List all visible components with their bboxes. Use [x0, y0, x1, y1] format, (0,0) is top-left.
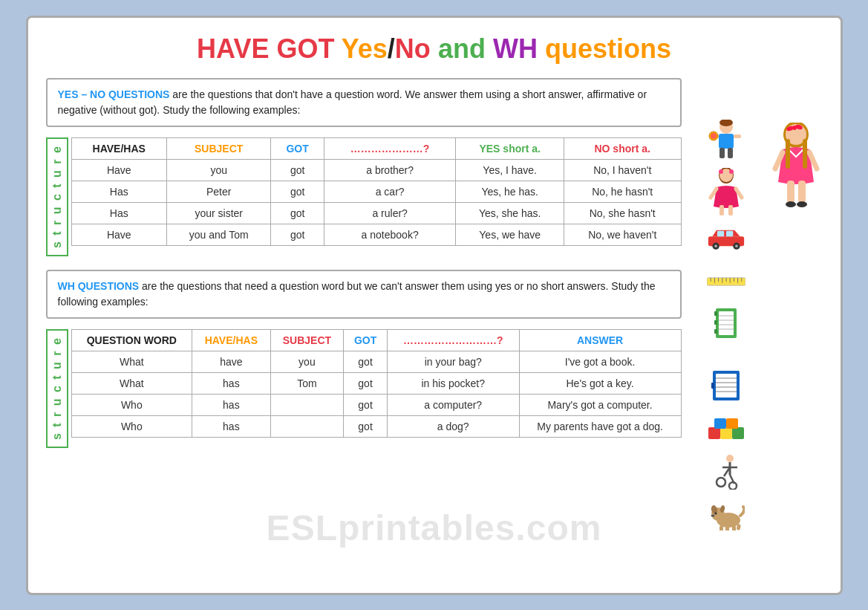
title-yes: Yes: [342, 33, 388, 64]
svg-point-83: [792, 126, 797, 130]
yes-no-table: HAVE/HAS SUBJECT GOT …………………? YES short …: [71, 137, 682, 246]
cell: your sister: [166, 202, 270, 224]
svg-rect-6: [734, 134, 741, 138]
top-icons: [707, 123, 745, 213]
cell: Who: [71, 394, 192, 415]
cell: got: [271, 159, 324, 181]
th-qword: QUESTION WORD: [71, 329, 192, 351]
th-dots: …………………?: [324, 137, 456, 159]
wh-table: QUESTION WORD HAVE/HAS SUBJECT GOT ………………: [71, 329, 682, 438]
cell: you: [270, 351, 344, 372]
th-have2: HAVE/HAS: [192, 329, 270, 351]
bottom-icons: [707, 366, 745, 534]
cell: Tom: [270, 372, 344, 394]
svg-rect-69: [732, 525, 736, 530]
svg-point-77: [786, 201, 796, 207]
svg-rect-40: [714, 311, 717, 316]
wh-section: s t r u c t u r e QUESTION WORD HAVE/HAS…: [46, 329, 682, 448]
title-wh: WH: [493, 33, 538, 64]
svg-rect-75: [787, 181, 794, 203]
svg-rect-3: [719, 148, 725, 158]
cell: got: [344, 415, 388, 437]
svg-rect-41: [714, 320, 717, 325]
svg-rect-49: [711, 383, 714, 389]
cell: Yes, she has.: [456, 202, 564, 224]
cell: No, she hasn't: [564, 202, 681, 224]
content-area: YES – NO QUESTIONS are the questions tha…: [46, 78, 682, 534]
cell: [270, 394, 344, 415]
cell: Yes, we have: [456, 224, 564, 245]
cell: I've got a book.: [519, 351, 681, 372]
cell: Who: [71, 415, 192, 437]
svg-rect-44: [716, 374, 737, 398]
cell: has: [192, 394, 270, 415]
svg-rect-4: [728, 148, 733, 158]
wh-highlight: WH QUESTIONS: [58, 280, 140, 292]
cell: you: [166, 159, 270, 181]
cell: No, he hasn't: [564, 181, 681, 202]
svg-rect-19: [726, 230, 733, 236]
th-subject: SUBJECT: [166, 137, 270, 159]
cell: got: [271, 224, 324, 245]
cell: a dog?: [387, 415, 519, 437]
right-icons-panel: [689, 78, 763, 534]
car-icon: [707, 219, 745, 258]
svg-point-21: [714, 244, 717, 247]
cell: No, I haven't: [564, 159, 681, 181]
table-row: Who has got a computer? Mary's got a com…: [71, 394, 681, 415]
table-row: What has Tom got in his pocket? He's got…: [71, 372, 681, 394]
cell: in his pocket?: [387, 372, 519, 394]
structure-label-1: s t r u c t u r e: [46, 137, 68, 256]
cell: got: [344, 351, 388, 372]
yes-no-highlight: YES – NO QUESTIONS: [58, 88, 170, 100]
svg-point-15: [719, 169, 723, 174]
svg-rect-52: [732, 427, 744, 439]
svg-rect-53: [714, 418, 726, 429]
cell: got: [271, 202, 324, 224]
svg-rect-76: [798, 181, 806, 203]
svg-point-55: [726, 455, 734, 462]
girl-icon: [707, 175, 745, 213]
svg-point-58: [729, 482, 737, 490]
table-row: Has Peter got a car? Yes, he has. No, he…: [71, 181, 681, 202]
svg-point-8: [711, 133, 717, 139]
svg-point-23: [735, 244, 738, 247]
toy-blocks-icon: [707, 409, 745, 448]
table-row: Have you and Tom got a notebook? Yes, we…: [71, 224, 681, 245]
title-no: No: [395, 33, 431, 64]
cell: a notebook?: [324, 224, 456, 245]
svg-rect-51: [720, 427, 732, 439]
cell: got: [344, 394, 388, 415]
title-have: HAVE GOT: [197, 33, 334, 64]
svg-rect-50: [708, 427, 720, 439]
svg-rect-67: [719, 525, 723, 530]
yes-no-section: s t r u c t u r e HAVE/HAS SUBJECT GOT ……: [46, 137, 682, 256]
svg-rect-42: [714, 329, 717, 334]
svg-rect-2: [719, 134, 734, 149]
svg-rect-18: [717, 230, 723, 236]
wh-desc-box: WH QUESTIONS are the questions that need…: [46, 270, 682, 319]
title-questions: questions: [545, 33, 671, 64]
boy-cooking-icon: [707, 123, 745, 161]
svg-rect-35: [719, 311, 734, 335]
main-page: HAVE GOT Yes/No and WH questions YES – N…: [26, 16, 843, 595]
svg-point-65: [714, 512, 717, 514]
cell: [270, 415, 344, 437]
ruler-icon: [707, 262, 745, 301]
cell: got: [271, 181, 324, 202]
table-row: What have you got in your bag? I've got …: [71, 351, 681, 372]
table-row: Has your sister got a ruler? Yes, she ha…: [71, 202, 681, 224]
cell: has: [192, 415, 270, 437]
cell: a computer?: [387, 394, 519, 415]
title-and: and: [438, 33, 486, 64]
cell: Has: [71, 181, 166, 202]
structure-label-2: s t r u c t u r e: [46, 329, 68, 448]
cell: Mary's got a computer.: [519, 394, 681, 415]
cell: Have: [71, 159, 166, 181]
svg-rect-68: [725, 525, 729, 530]
cell: What: [71, 372, 192, 394]
table-row: Have you got a brother? Yes, I have. No,…: [71, 159, 681, 181]
svg-rect-12: [728, 205, 733, 215]
far-right-icons: [771, 78, 823, 534]
cell: What: [71, 351, 192, 372]
